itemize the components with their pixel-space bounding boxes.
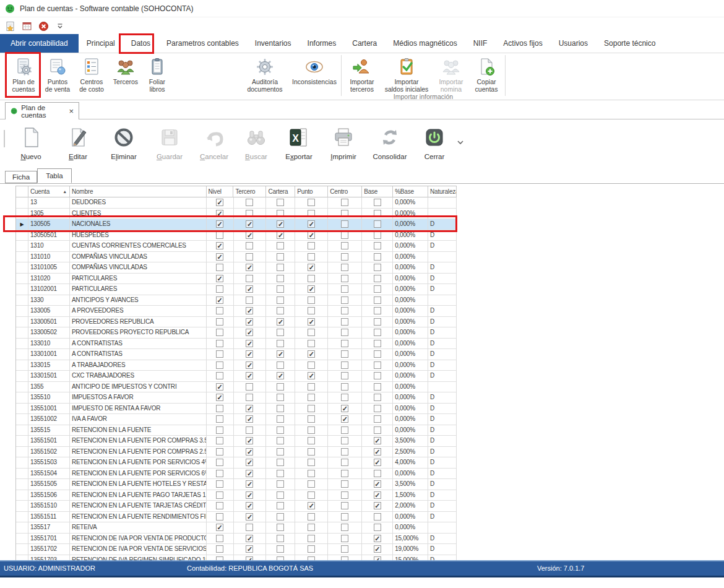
ribbon-button-auditoria-documentos[interactable]: Auditoríadocumentos: [240, 55, 290, 93]
table-row[interactable]: 133010 A CONTRATISTAS 0,000% D: [16, 339, 457, 350]
cell-tercero-checkbox[interactable]: [234, 469, 267, 480]
consolidar-button[interactable]: Consolidar: [365, 121, 415, 160]
cell-naturaleza[interactable]: D: [428, 469, 457, 480]
ribbon-button-inconsistencias[interactable]: Inconsistencias: [290, 55, 339, 85]
cell-naturaleza[interactable]: [428, 252, 457, 263]
cell-naturaleza[interactable]: D: [428, 457, 457, 469]
table-row[interactable]: 13551510 RETENCION EN LA FUENTE TARJETAS…: [16, 501, 457, 512]
cell-pbase[interactable]: 0,000%: [393, 425, 428, 436]
cell-nombre[interactable]: A PROVEEDORES: [70, 306, 207, 317]
cell-nivel-checkbox[interactable]: [207, 360, 234, 371]
cell-pbase[interactable]: 0,000%: [393, 252, 428, 263]
cell-tercero-checkbox[interactable]: [234, 252, 267, 263]
cell-tercero-checkbox[interactable]: [234, 349, 267, 360]
cell-tercero-checkbox[interactable]: [234, 327, 267, 339]
cell-pbase[interactable]: 3,500%: [393, 479, 428, 490]
table-row[interactable]: 13551701 RETENCION DE IVA POR VENTA DE P…: [16, 534, 457, 545]
table-row[interactable]: 13551501 RETENCION EN LA FUENTE POR COMP…: [16, 436, 457, 447]
document-star-icon[interactable]: [4, 20, 15, 32]
cell-punto-checkbox[interactable]: [295, 306, 328, 317]
cell-tercero-checkbox[interactable]: [234, 241, 267, 252]
cell-cartera-checkbox[interactable]: [266, 404, 295, 415]
cell-tercero-checkbox[interactable]: [234, 360, 267, 371]
table-row[interactable]: 13300501 PROVEEDORES REPUBLICA 0,000% D: [16, 317, 457, 328]
cell-punto-checkbox[interactable]: [295, 295, 328, 306]
cell-naturaleza[interactable]: D: [428, 306, 457, 317]
cell-punto-checkbox[interactable]: [295, 425, 328, 436]
cell-cartera-checkbox[interactable]: [266, 534, 295, 545]
cell-cartera-checkbox[interactable]: [266, 209, 295, 220]
cell-punto-checkbox[interactable]: [295, 447, 328, 458]
cell-cuenta[interactable]: 13301001: [28, 349, 70, 360]
cell-nombre[interactable]: PARTICULARES: [70, 284, 207, 295]
cell-base-checkbox[interactable]: [362, 490, 393, 501]
toolbar-overflow-button[interactable]: [457, 137, 464, 149]
cell-base-checkbox[interactable]: [362, 349, 393, 360]
cell-naturaleza[interactable]: D: [428, 360, 457, 371]
cell-nivel-checkbox[interactable]: [207, 522, 234, 534]
cell-punto-checkbox[interactable]: [295, 327, 328, 339]
cell-nivel-checkbox[interactable]: [207, 295, 234, 306]
cell-base-checkbox[interactable]: [362, 501, 393, 512]
cell-nivel-checkbox[interactable]: [207, 447, 234, 458]
cell-pbase[interactable]: 15,000%: [393, 534, 428, 545]
cell-nombre[interactable]: DEUDORES: [70, 197, 207, 209]
table-row[interactable]: 1305 CLIENTES 0,000%: [16, 209, 457, 220]
cell-cartera-checkbox[interactable]: [266, 295, 295, 306]
cell-punto-checkbox[interactable]: [295, 197, 328, 209]
cell-base-checkbox[interactable]: [362, 425, 393, 436]
cell-nombre[interactable]: NACIONALES: [70, 219, 207, 230]
ribbon-tab-datos[interactable]: Datos: [130, 34, 152, 53]
cell-tercero-checkbox[interactable]: [234, 219, 267, 230]
cell-nombre[interactable]: PROVEEDORES REPUBLICA: [70, 317, 207, 328]
cell-nombre[interactable]: HUESPEDES: [70, 230, 207, 241]
cell-cartera-checkbox[interactable]: [266, 349, 295, 360]
cell-cartera-checkbox[interactable]: [266, 306, 295, 317]
cell-naturaleza[interactable]: D: [428, 317, 457, 328]
ribbon-button-plan-de-cuentas[interactable]: Plan decuentas: [6, 55, 41, 93]
cell-centro-checkbox[interactable]: [328, 339, 362, 350]
cell-base-checkbox[interactable]: [362, 262, 393, 274]
cell-tercero-checkbox[interactable]: [234, 501, 267, 512]
cell-tercero-checkbox[interactable]: [234, 284, 267, 295]
cell-pbase[interactable]: 0,000%: [393, 241, 428, 252]
cell-tercero-checkbox[interactable]: [234, 425, 267, 436]
cell-centro-checkbox[interactable]: [328, 534, 362, 545]
cell-naturaleza[interactable]: [428, 522, 457, 534]
document-tab-close-icon[interactable]: ×: [69, 108, 74, 115]
table-row[interactable]: 13301501 CXC TRABAJADORES 0,000% D: [16, 371, 457, 382]
cell-tercero-checkbox[interactable]: [234, 479, 267, 490]
cell-naturaleza[interactable]: D: [428, 436, 457, 447]
cell-cartera-checkbox[interactable]: [266, 371, 295, 382]
table-row[interactable]: 135517 RETEIVA 0,000%: [16, 522, 457, 534]
cell-cuenta[interactable]: 13551001: [28, 404, 70, 415]
cell-punto-checkbox[interactable]: [295, 512, 328, 523]
cell-tercero-checkbox[interactable]: [234, 512, 267, 523]
cell-base-checkbox[interactable]: [362, 436, 393, 447]
cell-naturaleza[interactable]: D: [428, 501, 457, 512]
cell-nivel-checkbox[interactable]: [207, 469, 234, 480]
table-row[interactable]: 1355 ANTICIPO DE IMPUESTOS Y CONTRI 0,00…: [16, 382, 457, 393]
cell-tercero-checkbox[interactable]: [234, 339, 267, 350]
column-header-cartera[interactable]: Cartera: [266, 186, 295, 197]
cell-nombre[interactable]: CLIENTES: [70, 209, 207, 220]
cell-tercero-checkbox[interactable]: [234, 522, 267, 534]
ribbon-tab-niif[interactable]: NIIF: [472, 34, 489, 53]
cell-centro-checkbox[interactable]: [328, 425, 362, 436]
cell-nombre[interactable]: PROVEEDORES PROYECTO REPUBLICA: [70, 327, 207, 339]
cell-pbase[interactable]: 0,000%: [393, 404, 428, 415]
cell-nivel-checkbox[interactable]: [207, 197, 234, 209]
cell-cuenta[interactable]: 13551506: [28, 490, 70, 501]
cell-base-checkbox[interactable]: [362, 392, 393, 404]
column-header-centro[interactable]: Centro: [328, 186, 362, 197]
cell-naturaleza[interactable]: D: [428, 534, 457, 545]
cell-cartera-checkbox[interactable]: [266, 262, 295, 274]
cell-tercero-checkbox[interactable]: [234, 306, 267, 317]
cell-pbase[interactable]: 0,000%: [393, 339, 428, 350]
cell-cartera-checkbox[interactable]: [266, 230, 295, 241]
cell-centro-checkbox[interactable]: [328, 317, 362, 328]
cerrar-button[interactable]: Cerrar: [415, 121, 454, 160]
cell-nivel-checkbox[interactable]: [207, 404, 234, 415]
cell-nivel-checkbox[interactable]: [207, 230, 234, 241]
cell-centro-checkbox[interactable]: [328, 522, 362, 534]
